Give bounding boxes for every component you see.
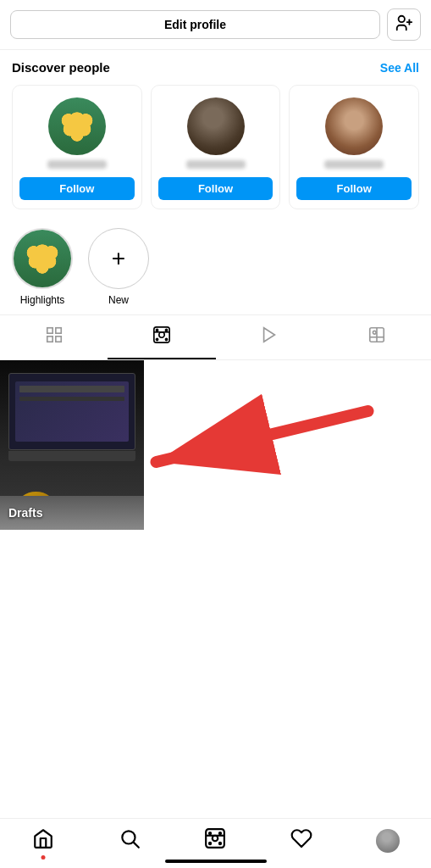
svg-point-10 [165,329,167,331]
new-highlight-label: New [108,294,129,306]
avatar-image-dark [187,97,245,155]
highlight-item-new[interactable]: + New [88,228,149,306]
nav-heart[interactable] [258,827,345,854]
draft-item[interactable]: Drafts [0,360,144,530]
home-icon [32,827,54,854]
svg-point-9 [156,329,157,331]
tabs-row [0,314,431,360]
add-person-icon [395,14,413,36]
grid-icon [45,326,64,349]
avatar [187,97,245,155]
svg-rect-6 [55,337,60,342]
svg-rect-4 [55,328,60,333]
content-area: Drafts [0,360,431,598]
tag-icon [367,326,386,349]
heart-icon [290,827,312,854]
add-person-button[interactable] [387,8,421,41]
svg-rect-5 [47,337,52,342]
discover-header: Discover people See All [12,60,419,75]
svg-rect-3 [47,328,52,333]
people-cards: Follow Follow Follow [12,85,419,209]
nav-home[interactable] [0,827,86,854]
person-name [47,160,107,169]
highlight-circle [12,228,73,289]
tab-grid[interactable] [0,315,108,359]
follow-button[interactable]: Follow [296,177,412,200]
top-bar: Edit profile [0,0,431,50]
nav-reels-icon [204,827,226,854]
person-card[interactable]: Follow [151,85,281,209]
highlights-row: Highlights + New [0,216,431,314]
home-active-dot [41,855,45,860]
svg-point-11 [156,338,157,340]
play-icon [260,326,279,349]
avatar-image-partial [325,97,383,155]
svg-rect-23 [207,829,225,848]
bottom-home-indicator [165,860,267,863]
person-card[interactable]: Follow [12,85,142,209]
tab-play[interactable] [216,315,323,359]
svg-marker-14 [264,328,275,342]
draft-label: Drafts [8,506,42,520]
svg-point-27 [209,843,211,844]
discover-section: Discover people See All Follow Follow Fo… [0,50,431,216]
svg-line-22 [134,843,139,848]
svg-point-16 [373,331,377,334]
follow-button[interactable]: Follow [158,177,274,200]
profile-avatar [376,829,400,853]
discover-title: Discover people [12,60,110,75]
search-icon [119,827,141,854]
new-highlight-circle[interactable]: + [88,228,149,289]
see-all-link[interactable]: See All [380,61,419,75]
highlight-image [14,230,71,287]
edit-profile-button[interactable]: Edit profile [10,10,380,39]
empty-content-area [144,360,431,598]
svg-point-26 [219,832,221,834]
svg-point-12 [165,338,167,340]
reels-icon [152,326,171,349]
svg-point-0 [399,15,405,21]
highlight-label: Highlights [20,294,65,306]
tab-tag[interactable] [323,315,431,359]
draft-background [0,360,144,530]
tab-reels[interactable] [108,315,215,359]
svg-point-28 [219,843,221,844]
avatar [325,97,383,155]
svg-point-8 [159,332,164,337]
nav-reels[interactable] [173,827,259,854]
avatar-image-flowers [48,97,106,155]
person-card[interactable]: Follow [289,85,419,209]
highlight-item-highlights[interactable]: Highlights [12,228,73,306]
nav-profile[interactable] [345,829,431,853]
person-name [186,160,246,169]
avatar [48,97,106,155]
nav-search[interactable] [86,827,173,854]
follow-button[interactable]: Follow [19,177,135,200]
svg-point-25 [209,832,211,834]
person-name [324,160,384,169]
plus-icon: + [112,245,125,272]
